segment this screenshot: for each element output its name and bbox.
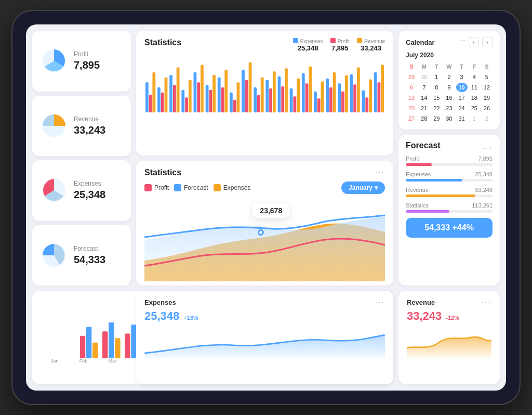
stats-header: Statistics Expenses 25,348 Profit: [144, 38, 385, 52]
cal-day[interactable]: 27: [406, 114, 417, 123]
forecast-bar-fill-revenue: [406, 194, 475, 197]
svg-rect-19: [206, 85, 209, 112]
cal-day[interactable]: 13: [406, 93, 417, 102]
cal-day[interactable]: 26: [481, 103, 493, 113]
cal-day[interactable]: 11: [469, 83, 480, 92]
expenses-mini-values: 25,348 +13%: [144, 309, 385, 323]
cal-day[interactable]: 20: [406, 103, 417, 113]
forecast-val-statistics: 113,261: [472, 202, 493, 209]
expenses-mini-title: Expenses: [144, 299, 176, 306]
cal-day[interactable]: 9: [443, 83, 455, 92]
svg-rect-29: [245, 80, 248, 113]
cal-day[interactable]: 7: [418, 83, 430, 92]
cal-day[interactable]: 4: [469, 72, 480, 82]
tablet-frame: Profit 7,895 Revenue 33,243: [11, 10, 521, 405]
label-profit-area: Profit: [154, 184, 169, 191]
cal-day[interactable]: 29: [431, 114, 442, 123]
expenses-label: Expenses: [74, 180, 123, 187]
svg-rect-57: [357, 67, 360, 112]
cal-day[interactable]: 3: [456, 72, 468, 82]
cal-day[interactable]: 1: [431, 72, 442, 82]
cal-day[interactable]: 17: [456, 93, 468, 102]
calendar-card: Calendar ··· ‹ › July 2020 S M T W T F: [398, 31, 500, 129]
forecast-item-header-revenue: Revenue 33,243: [406, 187, 493, 193]
dashboard: Profit 7,895 Revenue 33,243: [26, 24, 506, 391]
month-selector[interactable]: January ▾: [341, 181, 385, 194]
svg-rect-10: [169, 75, 172, 112]
cal-day[interactable]: 12: [481, 83, 493, 92]
cal-next[interactable]: ›: [482, 37, 493, 47]
forecast-bar-bg-revenue: [406, 194, 493, 197]
cal-day[interactable]: 30: [443, 114, 455, 123]
cal-day[interactable]: 6: [406, 83, 417, 92]
svg-rect-66: [92, 343, 98, 358]
svg-rect-60: [369, 80, 372, 113]
svg-rect-7: [157, 87, 161, 112]
svg-rect-12: [177, 67, 180, 112]
cal-day[interactable]: 21: [418, 103, 430, 113]
stats-title: Statistics: [144, 38, 181, 47]
cal-prev[interactable]: ‹: [469, 37, 479, 47]
cal-day[interactable]: 8: [431, 83, 442, 92]
svg-rect-24: [224, 70, 228, 112]
expenses-mini-change: +13%: [183, 315, 198, 321]
cal-day[interactable]: 30: [418, 72, 430, 82]
svg-rect-64: [80, 336, 85, 358]
revenue-mini-value: 33,243: [407, 309, 442, 323]
cal-day[interactable]: 24: [456, 103, 468, 113]
legend-expenses: Expenses 25,348: [293, 38, 323, 52]
expenses-value: 25,348: [74, 189, 123, 201]
forecast-value: 54,333: [74, 254, 123, 266]
cal-day[interactable]: 2: [443, 72, 455, 82]
area-chart-container: 23,678: [144, 198, 385, 281]
svg-rect-13: [181, 90, 184, 112]
revenue-mini-card: Revenue ··· 33,243 -12%: [398, 291, 500, 384]
forecast-dots: ···: [483, 144, 493, 153]
svg-rect-16: [194, 72, 197, 112]
forecast-card: Forecast 54,333: [32, 225, 131, 286]
cal-day[interactable]: 5: [481, 72, 493, 82]
revenue-icon: [41, 112, 68, 139]
expenses-mini-value: 25,348: [144, 309, 179, 323]
profit-value: 7,895: [74, 59, 123, 71]
stats-legend: Expenses 25,348 Profit 7,895: [293, 38, 385, 52]
forecast-item-header-expenses: Expenses 25,348: [406, 171, 493, 177]
svg-rect-23: [221, 87, 224, 112]
revenue-mini-chart: [407, 327, 491, 358]
svg-rect-30: [249, 62, 252, 112]
cal-day[interactable]: 28: [418, 114, 430, 123]
tooltip-value: 23,678: [260, 206, 282, 215]
svg-rect-26: [233, 100, 236, 112]
forecast-item-revenue: Revenue 33,243: [406, 187, 493, 197]
svg-rect-36: [273, 71, 276, 112]
cal-day[interactable]: 1: [469, 114, 480, 123]
cal-day[interactable]: 22: [431, 103, 442, 113]
svg-rect-11: [173, 85, 176, 112]
forecast-panel: Forecast ··· Profit 7,895 Expens: [398, 135, 500, 286]
legend-val-profit: 7,895: [331, 44, 349, 52]
forecast-header: Forecast ···: [406, 141, 493, 155]
cal-day[interactable]: 25: [469, 103, 480, 113]
cal-day[interactable]: 2: [481, 114, 493, 123]
forecast-label: Forecast: [74, 245, 123, 252]
svg-rect-39: [285, 68, 288, 112]
cal-day-today[interactable]: 10: [456, 83, 468, 92]
left-column: Profit 7,895 Revenue 33,243: [32, 31, 131, 286]
forecast-item-expenses: Expenses 25,348: [406, 171, 493, 181]
forecast-total: 54,333 +44%: [406, 218, 493, 238]
cal-day[interactable]: 18: [469, 93, 480, 102]
cal-day[interactable]: 14: [418, 93, 430, 102]
area-menu[interactable]: ···: [375, 168, 385, 177]
label-forecast-area: Forecast: [184, 184, 208, 191]
cal-day[interactable]: 31: [456, 114, 468, 123]
cal-day[interactable]: 16: [443, 93, 455, 102]
svg-rect-48: [321, 81, 324, 112]
cal-day[interactable]: 15: [431, 93, 442, 102]
cal-day[interactable]: 19: [481, 93, 493, 102]
cal-day[interactable]: 29: [406, 72, 417, 82]
cal-header-wed: W: [443, 62, 455, 71]
revenue-value: 33,243: [74, 124, 123, 136]
forecast-val-profit: 7,895: [478, 155, 493, 162]
forecast-bar-bg-statistics: [406, 210, 493, 213]
cal-day[interactable]: 23: [443, 103, 455, 113]
